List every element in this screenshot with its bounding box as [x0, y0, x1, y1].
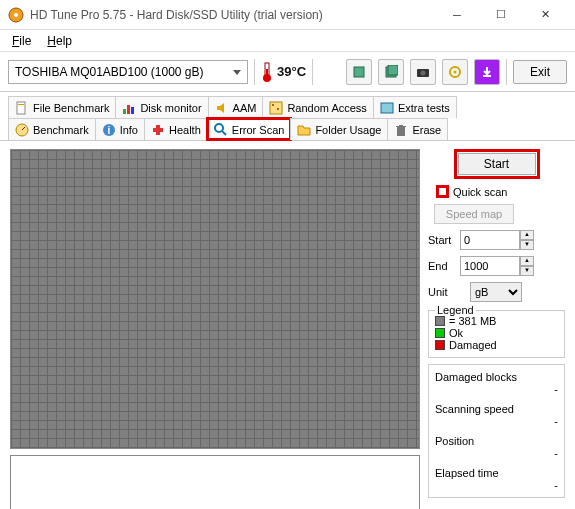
start-down[interactable]: ▼ [520, 240, 534, 250]
speaker-icon [215, 101, 229, 115]
separator [506, 59, 507, 85]
legend-block-icon [435, 316, 445, 326]
document-icon [384, 65, 398, 79]
tab-aam[interactable]: AAM [208, 96, 264, 118]
speed-map-button: Speed map [434, 204, 514, 224]
separator [254, 59, 255, 85]
tab-erase[interactable]: Erase [387, 118, 448, 140]
legend-box: Legend = 381 MB Ok Damaged [428, 310, 565, 358]
end-up[interactable]: ▲ [520, 256, 534, 266]
svg-text:i: i [107, 125, 110, 136]
maximize-button[interactable]: ☐ [479, 1, 523, 29]
info-icon: i [102, 123, 116, 137]
health-icon [151, 123, 165, 137]
window-title: HD Tune Pro 5.75 - Hard Disk/SSD Utility… [30, 8, 435, 22]
start-label: Start [428, 234, 458, 246]
legend-damaged-icon [435, 340, 445, 350]
magnifier-icon [214, 123, 228, 137]
menu-help[interactable]: Help [41, 32, 78, 50]
svg-rect-14 [123, 109, 126, 114]
separator [312, 59, 313, 85]
tab-random-access[interactable]: Random Access [262, 96, 373, 118]
exit-button[interactable]: Exit [513, 60, 567, 84]
chart-icon [122, 101, 136, 115]
gear-icon [448, 65, 462, 79]
scan-grid [10, 149, 420, 449]
drive-select[interactable]: TOSHIBA MQ01ABD100 (1000 gB) [8, 60, 248, 84]
end-label: End [428, 260, 458, 272]
quick-scan-checkbox[interactable] [436, 185, 449, 198]
log-area [10, 455, 420, 509]
svg-rect-7 [388, 65, 398, 75]
tab-benchmark[interactable]: Benchmark [8, 118, 96, 140]
options-button[interactable] [442, 59, 468, 85]
copy-screenshot-button[interactable] [378, 59, 404, 85]
minimize-button[interactable]: ─ [435, 1, 479, 29]
end-input[interactable] [460, 256, 520, 276]
svg-rect-18 [272, 104, 274, 106]
tab-error-scan[interactable]: Error Scan [207, 118, 292, 140]
trash-icon [394, 123, 408, 137]
svg-point-24 [215, 124, 223, 132]
clipboard-icon [352, 65, 366, 79]
svg-rect-13 [18, 104, 24, 105]
save-button[interactable] [474, 59, 500, 85]
random-icon [269, 101, 283, 115]
tab-file-benchmark[interactable]: File Benchmark [8, 96, 116, 118]
gauge-icon [15, 123, 29, 137]
app-icon [8, 7, 24, 23]
copy-info-button[interactable] [346, 59, 372, 85]
quick-scan-label: Quick scan [453, 186, 507, 198]
download-icon [481, 66, 493, 78]
svg-rect-5 [354, 67, 364, 77]
svg-rect-4 [266, 69, 268, 77]
close-button[interactable]: ✕ [523, 1, 567, 29]
screenshot-button[interactable] [410, 59, 436, 85]
tab-extra-tests[interactable]: Extra tests [373, 96, 457, 118]
tab-folder-usage[interactable]: Folder Usage [290, 118, 388, 140]
start-up[interactable]: ▲ [520, 230, 534, 240]
svg-rect-16 [131, 107, 134, 114]
svg-rect-15 [127, 105, 130, 114]
svg-point-9 [421, 70, 426, 75]
folder-icon [297, 123, 311, 137]
temperature-display: 39°C [261, 61, 306, 83]
file-icon [15, 101, 29, 115]
tab-info[interactable]: iInfo [95, 118, 145, 140]
svg-rect-20 [381, 103, 393, 113]
menu-file[interactable]: File [6, 32, 37, 50]
tests-icon [380, 101, 394, 115]
legend-ok-icon [435, 328, 445, 338]
tab-disk-monitor[interactable]: Disk monitor [115, 96, 208, 118]
tab-health[interactable]: Health [144, 118, 208, 140]
start-input[interactable] [460, 230, 520, 250]
svg-rect-12 [17, 102, 25, 114]
svg-point-11 [454, 70, 457, 73]
svg-rect-19 [277, 108, 279, 110]
unit-label: Unit [428, 286, 468, 298]
end-down[interactable]: ▼ [520, 266, 534, 276]
status-box: Damaged blocks- Scanning speed- Position… [428, 364, 565, 498]
svg-point-1 [14, 13, 18, 17]
thermometer-icon [261, 61, 273, 83]
unit-select[interactable]: gB [470, 282, 522, 302]
svg-rect-17 [270, 102, 282, 114]
start-button[interactable]: Start [458, 153, 536, 175]
camera-icon [416, 65, 430, 79]
